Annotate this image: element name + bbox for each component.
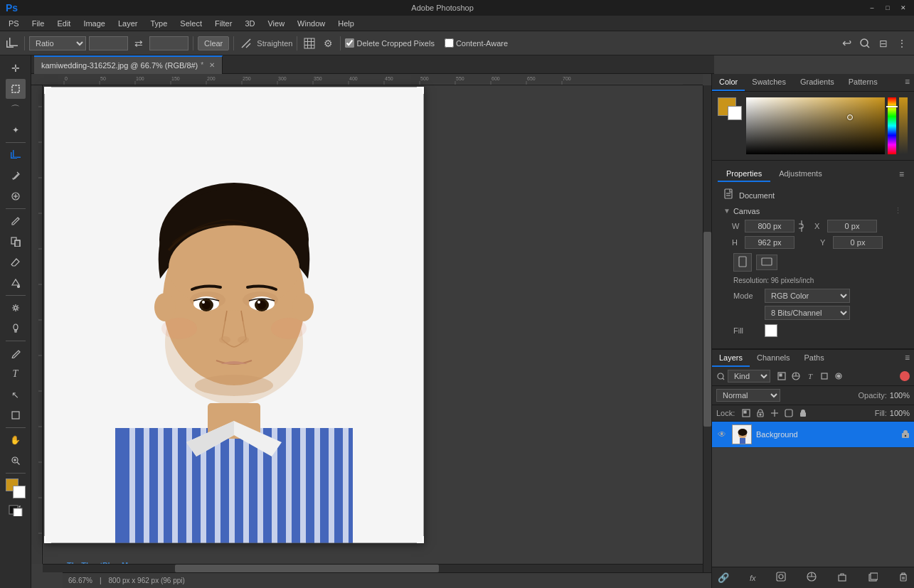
menu-layer[interactable]: Layer bbox=[112, 18, 144, 29]
color-gradient-box[interactable] bbox=[746, 97, 885, 154]
menu-image[interactable]: Image bbox=[78, 18, 111, 29]
menu-select[interactable]: Select bbox=[174, 18, 208, 29]
menu-file[interactable]: File bbox=[26, 18, 51, 29]
lock-artboard-icon[interactable] bbox=[755, 407, 766, 419]
tool-magic-wand[interactable]: ✦ bbox=[6, 120, 26, 140]
height-input[interactable] bbox=[149, 36, 188, 50]
layer-item-background[interactable]: 👁 Background bbox=[712, 422, 914, 448]
fill-swatch[interactable] bbox=[765, 324, 777, 337]
tab-swatches[interactable]: Swatches bbox=[745, 74, 793, 91]
lock-position-icon[interactable] bbox=[769, 407, 780, 419]
lock-artboard2-icon[interactable] bbox=[783, 407, 795, 419]
tool-crop[interactable] bbox=[6, 145, 26, 165]
delete-layer-icon[interactable] bbox=[897, 570, 910, 585]
layer-mask-icon[interactable] bbox=[775, 570, 787, 585]
menu-view[interactable]: View bbox=[262, 18, 290, 29]
tool-heal[interactable] bbox=[6, 186, 26, 206]
background-color[interactable] bbox=[728, 106, 742, 120]
width-input[interactable] bbox=[89, 36, 128, 50]
content-aware-checkbox[interactable]: Content-Aware bbox=[445, 38, 508, 48]
canvas-height-input[interactable] bbox=[745, 236, 795, 249]
color-swatches[interactable] bbox=[4, 479, 27, 501]
canvas-scroll-horizontal[interactable] bbox=[43, 564, 703, 572]
more-options-icon[interactable]: ⋮ bbox=[894, 36, 910, 51]
tab-color[interactable]: Color bbox=[712, 74, 745, 91]
tab-close-icon[interactable]: ✕ bbox=[209, 61, 215, 69]
canvas-options-icon[interactable]: ⋮ bbox=[894, 206, 903, 215]
layer-fx-icon[interactable]: fx bbox=[748, 572, 758, 584]
canvas-scroll-vertical[interactable] bbox=[703, 85, 711, 572]
tool-lasso[interactable]: ⌒ bbox=[6, 100, 26, 119]
menu-edit[interactable]: Edit bbox=[51, 18, 76, 29]
delete-cropped-input[interactable] bbox=[345, 38, 354, 48]
color-panel-options[interactable]: ≡ bbox=[900, 74, 914, 91]
clear-button[interactable]: Clear bbox=[198, 36, 229, 50]
tool-text[interactable]: T bbox=[6, 364, 26, 384]
grid-icon[interactable] bbox=[302, 36, 317, 51]
layers-panel-options[interactable]: ≡ bbox=[900, 350, 914, 367]
tool-blur[interactable] bbox=[6, 298, 26, 318]
mode-select[interactable]: RGB Color CMYK Color Grayscale bbox=[765, 289, 850, 303]
undo-icon[interactable]: ↩ bbox=[839, 36, 854, 51]
tab-channels[interactable]: Channels bbox=[750, 350, 797, 367]
tool-pen[interactable] bbox=[6, 343, 26, 363]
alpha-slider[interactable] bbox=[899, 97, 908, 154]
tool-hand[interactable]: ✋ bbox=[6, 430, 26, 450]
menu-3d[interactable]: 3D bbox=[239, 18, 260, 29]
opacity-value[interactable]: 100% bbox=[890, 391, 910, 400]
tool-marquee-rect[interactable] bbox=[6, 79, 26, 99]
tool-dodge[interactable] bbox=[6, 319, 26, 338]
tab-properties[interactable]: Properties bbox=[718, 166, 770, 182]
window-close[interactable]: ✕ bbox=[898, 3, 908, 13]
window-maximize[interactable]: □ bbox=[883, 3, 893, 13]
link-dimensions-icon[interactable] bbox=[797, 219, 806, 233]
hue-spectrum[interactable] bbox=[888, 97, 896, 154]
y-input[interactable] bbox=[833, 236, 883, 249]
layer-adjustment-icon[interactable] bbox=[805, 570, 818, 585]
filter-pixel-icon[interactable] bbox=[776, 370, 787, 382]
tool-path-select[interactable]: ↖ bbox=[6, 385, 26, 405]
tool-move[interactable]: ✛ bbox=[6, 58, 26, 78]
portrait-orientation-icon[interactable] bbox=[733, 253, 752, 272]
crop-tool-icon[interactable] bbox=[4, 36, 20, 51]
content-aware-input[interactable] bbox=[445, 38, 454, 48]
background-color-swatch[interactable] bbox=[13, 486, 26, 498]
layer-group-icon[interactable] bbox=[836, 570, 849, 585]
tab-gradients[interactable]: Gradients bbox=[793, 74, 841, 91]
delete-cropped-checkbox[interactable]: Delete Cropped Pixels bbox=[345, 38, 434, 48]
filter-smartobj-icon[interactable] bbox=[833, 370, 844, 382]
bits-select[interactable]: 8 Bits/Channel 16 Bits/Channel 32 Bits/C… bbox=[765, 306, 850, 320]
filter-type-icon[interactable]: T bbox=[804, 370, 816, 382]
tool-eyedrop[interactable] bbox=[6, 166, 26, 186]
filter-adjustment-icon[interactable] bbox=[790, 370, 802, 382]
tool-bucket[interactable] bbox=[6, 273, 26, 293]
menu-filter[interactable]: Filter bbox=[209, 18, 238, 29]
swap-dimensions-icon[interactable]: ⇄ bbox=[131, 36, 147, 51]
canvas-section-header[interactable]: ▼ Canvas ⋮ bbox=[723, 204, 903, 218]
layer-link-icon[interactable]: 🔗 bbox=[716, 571, 730, 584]
tool-zoom[interactable] bbox=[6, 451, 26, 471]
blend-mode-select[interactable]: Normal Multiply Screen Overlay bbox=[716, 389, 780, 402]
layer-visibility-toggle[interactable]: 👁 bbox=[716, 429, 728, 439]
tab-adjustments[interactable]: Adjustments bbox=[770, 166, 831, 182]
menu-window[interactable]: Window bbox=[292, 18, 331, 29]
view-layout-icon[interactable]: ⊟ bbox=[876, 36, 891, 51]
straighten-icon[interactable] bbox=[238, 36, 254, 51]
landscape-orientation-icon[interactable] bbox=[756, 255, 777, 270]
tab-layers[interactable]: Layers bbox=[712, 350, 750, 367]
menu-help[interactable]: Help bbox=[332, 18, 360, 29]
menu-type[interactable]: Type bbox=[145, 18, 174, 29]
ratio-select[interactable]: Ratio W x H x Resolution Original Ratio bbox=[29, 36, 86, 50]
filter-kind-select[interactable]: Kind Name Effect bbox=[728, 370, 770, 383]
settings-icon[interactable]: ⚙ bbox=[320, 36, 336, 51]
search-icon[interactable] bbox=[857, 36, 873, 51]
tab-patterns[interactable]: Patterns bbox=[841, 74, 885, 91]
tool-brush[interactable] bbox=[6, 211, 26, 231]
canvas-width-input[interactable] bbox=[745, 220, 795, 232]
window-minimize[interactable]: – bbox=[867, 3, 877, 13]
tool-shape[interactable] bbox=[6, 405, 26, 425]
tool-clone[interactable] bbox=[6, 232, 26, 252]
default-colors-icon[interactable] bbox=[6, 503, 26, 518]
x-input[interactable] bbox=[827, 220, 877, 232]
tool-eraser[interactable] bbox=[6, 252, 26, 272]
